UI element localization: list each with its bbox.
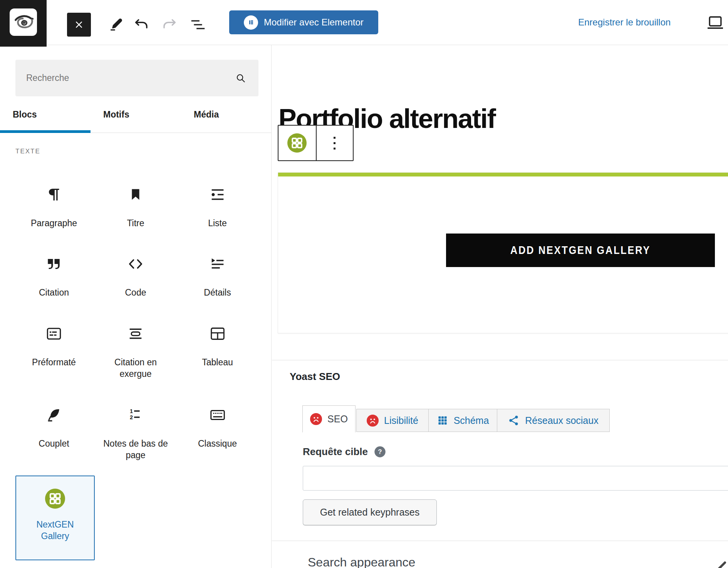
block-notes-de-bas-de-page[interactable]: 1 2 Notes de bas de page [95,390,176,476]
spiral-logo-icon [12,11,35,34]
list-icon [209,186,226,203]
yoast-tab-label: Réseaux sociaux [525,415,598,426]
sad-face-icon [310,413,322,425]
undo-icon[interactable] [132,15,151,34]
help-icon[interactable]: ? [374,446,386,458]
sad-face-icon [367,415,379,427]
preview-device-icon[interactable] [706,15,725,31]
editor-top-bar: Modifier avec Elementor Enregistrer le b… [0,0,728,45]
block-paragraphe[interactable]: Paragraphe [13,170,95,239]
save-draft-link[interactable]: Enregistrer le brouillon [578,17,671,28]
search-input[interactable] [15,73,235,83]
ellipsis-icon [334,137,335,150]
schema-grid-icon [437,415,448,426]
yoast-tab-seo[interactable]: SEO [302,405,356,432]
tab-motifs-label: Motifs [103,109,129,120]
block-nextgen-gallery[interactable]: NextGEN Gallery [15,476,95,560]
inserter-tabs: Blocs Motifs Média [0,96,272,133]
block-label: NextGEN Gallery [32,519,78,542]
redo-icon[interactable] [160,15,179,34]
tab-media-label: Média [194,109,219,120]
add-nextgen-gallery-button[interactable]: ADD NEXTGEN GALLERY [446,234,715,267]
block-classique[interactable]: Classique [176,390,258,476]
section-divider [272,541,728,541]
document-overview-icon[interactable] [189,15,207,34]
block-couplet[interactable]: Couplet [13,390,95,476]
preformatted-icon [45,325,63,343]
nextgen-gallery-icon [287,133,307,153]
block-details[interactable]: Détails [176,239,258,309]
code-icon [127,255,144,273]
block-liste[interactable]: Liste [176,170,258,239]
block-label: Code [125,287,146,298]
close-inserter-button[interactable] [67,13,91,37]
pullquote-icon [127,325,144,343]
tab-media[interactable]: Média [181,96,272,133]
footnotes-icon: 1 2 [127,406,144,424]
details-icon [209,255,226,273]
site-logo [10,8,37,36]
yoast-tab-label: SEO [327,413,348,425]
site-logo-button[interactable] [0,0,47,47]
block-label: Paragraphe [31,217,77,229]
nextgen-gallery-icon [45,489,65,509]
block-search[interactable] [15,60,258,96]
yoast-panel-title: Yoast SEO [290,371,340,383]
get-related-keyphrases-button[interactable]: Get related keyphrases [303,499,437,525]
collapse-chevron-icon[interactable] [711,557,728,568]
heading-icon [127,186,144,203]
close-icon [73,19,85,30]
block-label: Citation [39,287,69,298]
block-preformate[interactable]: Préformaté [13,309,95,390]
block-toolbar [278,125,354,161]
svg-text:?: ? [378,448,382,455]
yoast-tab-lisibilite[interactable]: Lisibilité [356,409,429,432]
tab-blocs[interactable]: Blocs [0,96,91,133]
block-label: Couplet [39,438,69,449]
block-options-button[interactable] [316,126,353,160]
block-label: Préformaté [32,356,76,368]
add-nextgen-gallery-label: ADD NEXTGEN GALLERY [510,244,651,257]
search-appearance-heading: Search appearance [308,555,415,568]
nextgen-block-type-button[interactable] [278,126,316,160]
block-label: Détails [204,287,231,298]
block-citation[interactable]: Citation [13,239,95,309]
section-heading-texte: TEXTE [15,148,40,155]
paragraph-icon [45,186,63,203]
verse-icon [45,406,63,424]
block-tableau[interactable]: Tableau [176,309,258,390]
block-label: Tableau [202,356,233,368]
block-code[interactable]: Code [95,239,176,309]
quote-icon [45,255,63,273]
edit-with-elementor-button[interactable]: Modifier avec Elementor [229,10,378,34]
block-label: Titre [127,217,144,229]
tab-blocs-label: Blocs [13,109,37,120]
block-citation-en-exergue[interactable]: Citation en exergue [95,309,176,390]
edit-mode-pencil-icon[interactable] [107,15,125,34]
table-icon [209,325,226,343]
yoast-tab-schema[interactable]: Schéma [428,409,497,432]
svg-text:1: 1 [130,408,133,414]
elementor-button-label: Modifier avec Elementor [264,17,364,28]
yoast-tab-label: Schéma [454,415,489,426]
search-icon [235,72,247,84]
elementor-logo-icon [244,15,258,30]
block-label: Liste [208,217,227,229]
focus-keyphrase-text: Requête cible [303,446,368,458]
block-inserter-panel: Blocs Motifs Média TEXTE Paragraphe Titr… [0,45,272,568]
yoast-tab-reseaux-sociaux[interactable]: Réseaux sociaux [497,409,610,432]
block-label: Citation en exergue [99,356,172,380]
block-label: Classique [198,438,237,449]
focus-keyphrase-input[interactable] [303,466,728,491]
block-titre[interactable]: Titre [95,170,176,239]
svg-text:2: 2 [130,414,133,420]
metabox-divider [272,360,728,360]
classic-editor-icon [209,406,226,424]
nextgen-accent-bar [278,173,728,176]
blocks-grid: Paragraphe Titre Liste Citation Code [13,170,258,476]
yoast-tab-label: Lisibilité [384,415,418,426]
focus-keyphrase-label: Requête cible ? [303,446,386,458]
share-icon [508,415,520,426]
block-label: Notes de bas de page [99,438,172,461]
tab-motifs[interactable]: Motifs [91,96,181,133]
